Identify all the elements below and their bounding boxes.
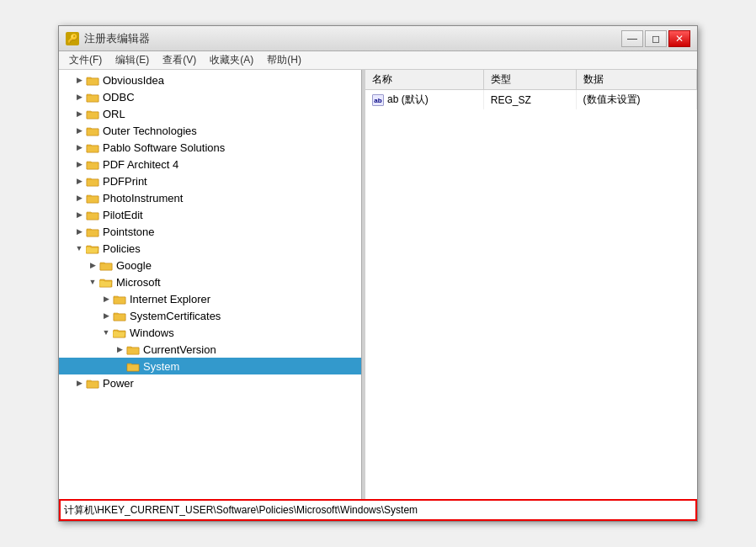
tree-item-label: Internet Explorer xyxy=(130,293,210,305)
window-title: 注册表编辑器 xyxy=(84,31,621,46)
expand-icon[interactable]: ▶ xyxy=(99,309,113,322)
folder-icon xyxy=(113,293,126,305)
expand-icon[interactable]: ▼ xyxy=(86,275,99,289)
expand-icon[interactable]: ▶ xyxy=(86,258,99,272)
status-bar: 计算机\HKEY_CURRENT_USER\Software\Policies\… xyxy=(59,499,697,521)
tree-item-label: Windows xyxy=(130,327,174,339)
title-bar: 🔑 注册表编辑器 — ◻ ✕ xyxy=(59,26,697,51)
expand-icon[interactable]: ▶ xyxy=(72,157,86,171)
folder-icon xyxy=(99,259,113,271)
expand-icon[interactable]: ▶ xyxy=(99,292,113,305)
menu-bar: 文件(F) 编辑(E) 查看(V) 收藏夹(A) 帮助(H) xyxy=(59,51,697,70)
tree-item-label: Policies xyxy=(103,242,141,255)
tree-item-label: PilotEdit xyxy=(103,209,143,221)
expand-icon[interactable]: ▶ xyxy=(72,141,86,154)
folder-icon xyxy=(113,327,126,338)
folder-icon xyxy=(126,360,140,372)
folder-icon xyxy=(86,192,99,204)
tree-item-obviousidea[interactable]: ▶ ObviousIdea xyxy=(59,72,361,88)
folder-icon xyxy=(86,74,99,86)
tree-item-orl[interactable]: ▶ ORL xyxy=(59,105,361,122)
tree-item-label: PDF Architect 4 xyxy=(103,158,178,171)
folder-icon xyxy=(99,276,113,288)
tree-item-pdfprint[interactable]: ▶ PDFPrint xyxy=(59,173,361,189)
expand-icon[interactable]: ▶ xyxy=(72,225,86,238)
tree-item-windows[interactable]: ▼ Windows xyxy=(59,324,361,341)
cell-type: REG_SZ xyxy=(483,90,576,110)
menu-help[interactable]: 帮助(H) xyxy=(260,51,308,69)
tree-item-label: Power xyxy=(103,377,134,390)
expand-icon[interactable]: ▶ xyxy=(72,208,86,221)
right-pane: 名称 类型 数据 abab (默认)REG_SZ(数值未设置) xyxy=(365,70,697,499)
window-controls: — ◻ ✕ xyxy=(621,30,690,47)
tree-item-policies[interactable]: ▼ Policies xyxy=(59,240,361,257)
registry-values-body: abab (默认)REG_SZ(数值未设置) xyxy=(365,90,697,110)
tree-item-system[interactable]: System xyxy=(59,358,361,374)
registry-values-table: 名称 类型 数据 abab (默认)REG_SZ(数值未设置) xyxy=(365,70,697,109)
tree-item-ie[interactable]: ▶ Internet Explorer xyxy=(59,290,361,307)
folder-icon xyxy=(86,242,99,254)
folder-icon xyxy=(86,125,99,136)
folder-icon xyxy=(86,377,99,389)
cell-name: abab (默认) xyxy=(365,90,483,110)
tree-item-label: Pablo Software Solutions xyxy=(103,141,225,154)
tree-item-power[interactable]: ▶ Power xyxy=(59,374,361,391)
tree-item-google[interactable]: ▶ Google xyxy=(59,257,361,274)
expand-icon[interactable]: ▶ xyxy=(72,107,86,120)
app-icon: 🔑 xyxy=(66,32,79,45)
close-button[interactable]: ✕ xyxy=(668,30,690,47)
minimize-button[interactable]: — xyxy=(621,30,643,47)
menu-file[interactable]: 文件(F) xyxy=(62,51,109,69)
registry-path: 计算机\HKEY_CURRENT_USER\Software\Policies\… xyxy=(64,503,418,518)
tree-item-label: SystemCertificates xyxy=(130,310,221,322)
tree-item-label: PDFPrint xyxy=(103,175,147,188)
folder-icon xyxy=(113,310,126,321)
expand-icon[interactable]: ▶ xyxy=(72,174,86,188)
folder-icon xyxy=(86,209,99,220)
expand-icon[interactable]: ▶ xyxy=(72,124,86,137)
tree-pane[interactable]: ▶ ObviousIdea▶ ODBC▶ ORL▶ Outer Technolo… xyxy=(59,70,362,499)
tree-item-curver[interactable]: ▶ CurrentVersion xyxy=(59,341,361,358)
expand-icon[interactable]: ▶ xyxy=(72,191,86,204)
table-row[interactable]: abab (默认)REG_SZ(数值未设置) xyxy=(365,90,697,110)
tree-item-label: CurrentVersion xyxy=(143,343,216,356)
expand-icon[interactable] xyxy=(113,359,126,373)
tree-item-pointstone[interactable]: ▶ Pointstone xyxy=(59,223,361,240)
tree-container: ▶ ObviousIdea▶ ODBC▶ ORL▶ Outer Technolo… xyxy=(59,72,361,391)
col-name: 名称 xyxy=(365,70,483,90)
tree-item-pablo[interactable]: ▶ Pablo Software Solutions xyxy=(59,139,361,156)
tree-item-outertech[interactable]: ▶ Outer Technologies xyxy=(59,122,361,139)
tree-item-label: Pointstone xyxy=(103,226,154,238)
col-type: 类型 xyxy=(483,70,576,90)
folder-icon xyxy=(86,226,99,237)
restore-button[interactable]: ◻ xyxy=(645,30,667,47)
tree-item-label: Google xyxy=(116,259,152,272)
main-content: ▶ ObviousIdea▶ ODBC▶ ORL▶ Outer Technolo… xyxy=(59,70,697,499)
menu-favorites[interactable]: 收藏夹(A) xyxy=(203,51,260,69)
expand-icon[interactable]: ▶ xyxy=(72,73,86,87)
tree-item-label: Outer Technologies xyxy=(103,125,197,137)
folder-icon xyxy=(86,175,99,187)
tree-item-microsoft[interactable]: ▼ Microsoft xyxy=(59,274,361,290)
expand-icon[interactable]: ▼ xyxy=(99,326,113,339)
tree-item-label: Microsoft xyxy=(116,276,161,289)
folder-icon xyxy=(86,91,99,103)
folder-icon xyxy=(86,141,99,153)
tree-item-label: ODBC xyxy=(103,91,135,104)
registry-editor-window: 🔑 注册表编辑器 — ◻ ✕ 文件(F) 编辑(E) 查看(V) 收藏夹(A) … xyxy=(58,25,698,522)
tree-item-pdfarch[interactable]: ▶ PDF Architect 4 xyxy=(59,156,361,173)
expand-icon[interactable]: ▶ xyxy=(113,343,126,356)
menu-edit[interactable]: 编辑(E) xyxy=(109,51,156,69)
col-data: 数据 xyxy=(576,70,696,90)
tree-item-pilotedit[interactable]: ▶ PilotEdit xyxy=(59,206,361,223)
tree-item-syscerts[interactable]: ▶ SystemCertificates xyxy=(59,307,361,324)
menu-view[interactable]: 查看(V) xyxy=(156,51,203,69)
expand-icon[interactable]: ▼ xyxy=(72,242,86,255)
tree-item-label: ObviousIdea xyxy=(103,74,164,87)
expand-icon[interactable]: ▶ xyxy=(72,376,86,390)
reg-value-icon: ab xyxy=(372,94,384,106)
tree-item-photoinstr[interactable]: ▶ PhotoInstrument xyxy=(59,189,361,206)
tree-item-label: System xyxy=(143,360,179,373)
expand-icon[interactable]: ▶ xyxy=(72,90,86,104)
tree-item-odbc[interactable]: ▶ ODBC xyxy=(59,88,361,105)
